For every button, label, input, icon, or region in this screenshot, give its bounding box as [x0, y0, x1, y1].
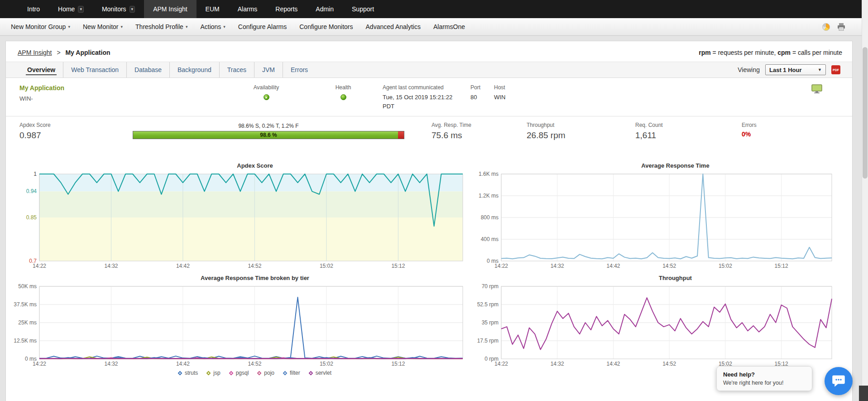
svg-text:1.2K ms: 1.2K ms — [479, 193, 499, 199]
svg-text:0.7: 0.7 — [29, 258, 37, 264]
legend-label: filter — [290, 370, 300, 376]
application-name: My Application — [19, 84, 237, 92]
time-range-select[interactable]: Last 1 Hour ▼ — [765, 64, 826, 75]
tab-background[interactable]: Background — [169, 62, 219, 77]
pdf-export-icon[interactable]: PDF — [831, 65, 840, 74]
nav-item-alarms[interactable]: Alarms — [229, 0, 267, 18]
nav-label: EUM — [206, 0, 220, 18]
chevron-down-icon[interactable]: ▾ — [129, 6, 135, 13]
nav-label: Monitors — [102, 0, 126, 18]
port-block: Port 80 — [470, 84, 494, 111]
legend-diamond-icon — [308, 371, 313, 375]
metric-value: 26.85 rpm — [527, 130, 635, 140]
scrollbar-thumb[interactable] — [863, 47, 868, 179]
apdex-score-plot: 14:2214:3214:4214:5215:0215:1210.940.850… — [11, 171, 466, 270]
metric-errors: Errors 0% — [742, 122, 757, 138]
legend-label: pgsql — [236, 370, 249, 376]
nav-item-home[interactable]: Home▾ — [49, 0, 93, 18]
tab-errors[interactable]: Errors — [283, 62, 316, 77]
toolbar-actions[interactable]: Actions▾ — [200, 23, 225, 30]
apdex-score-chart: Apdex Score 14:2214:3214:4214:5215:0215:… — [11, 162, 473, 270]
svg-text:400 ms: 400 ms — [481, 236, 499, 242]
chart-title: Average Response Time broken by tier — [11, 275, 473, 281]
toolbar-new-monitor-group[interactable]: New Monitor Group▾ — [11, 23, 70, 30]
toolbar-advanced-analytics[interactable]: Advanced Analytics — [366, 23, 421, 30]
chart-title: Throughput — [473, 275, 852, 281]
tab-traces[interactable]: Traces — [219, 62, 254, 77]
throughput-chart: Throughput 14:2214:3214:4214:5215:0215:1… — [473, 275, 852, 376]
port-label: Port — [470, 84, 494, 91]
legend-diamond-icon — [206, 371, 211, 375]
svg-text:17.5 rpm: 17.5 rpm — [477, 338, 499, 344]
nav-item-eum[interactable]: EUM — [197, 0, 229, 18]
metric-apdex-score: Apdex Score 0.987 — [19, 122, 124, 140]
rpm-definition: = requests per minute, — [711, 49, 777, 56]
chevron-down-icon[interactable]: ▾ — [78, 6, 84, 13]
nav-label: Alarms — [238, 0, 258, 18]
nav-item-apm-insight[interactable]: APM Insight — [144, 0, 196, 18]
toolbar-label: New Monitor — [83, 23, 119, 30]
help-message: We're right here for you! — [723, 380, 806, 386]
svg-text:15:12: 15:12 — [391, 263, 405, 269]
svg-text:25K ms: 25K ms — [18, 319, 37, 326]
nav-item-admin[interactable]: Admin — [307, 0, 343, 18]
tab-web-transaction[interactable]: Web Transaction — [63, 62, 126, 77]
metric-request-count: Req. Count 1,611 — [635, 122, 742, 140]
theme-palette-icon[interactable] — [822, 23, 830, 31]
chat-icon — [832, 375, 845, 387]
print-icon[interactable] — [837, 23, 845, 31]
tab-overview[interactable]: Overview — [19, 62, 63, 77]
nav-item-support[interactable]: Support — [343, 0, 383, 18]
svg-text:14:52: 14:52 — [662, 263, 676, 269]
svg-text:15:12: 15:12 — [391, 361, 405, 367]
tab-database[interactable]: Database — [126, 62, 169, 77]
agent-block: Agent last communicated Tue, 15 Oct 2019… — [383, 84, 464, 111]
metric-value: 1,611 — [635, 130, 742, 140]
legend-item: pojo — [258, 370, 274, 376]
agent-last-communicated-label: Agent last communicated — [383, 84, 464, 91]
help-tooltip: Need help? We're right here for you! — [716, 366, 812, 391]
legend-item: jsp — [207, 370, 220, 376]
chevron-down-icon: ▾ — [121, 24, 123, 29]
svg-text:14:42: 14:42 — [176, 361, 190, 367]
chevron-down-icon: ▾ — [186, 24, 188, 29]
avg-response-time-chart: Average Response Time 14:2214:3214:4214:… — [473, 162, 852, 270]
nav-item-reports[interactable]: Reports — [266, 0, 307, 18]
availability-label: Availability — [254, 84, 279, 91]
tab-jvm[interactable]: JVM — [254, 62, 283, 77]
toolbar-new-monitor[interactable]: New Monitor▾ — [83, 23, 123, 30]
breadcrumb-link-apm-insight[interactable]: APM Insight — [18, 49, 52, 56]
svg-text:52.5 rpm: 52.5 rpm — [477, 301, 499, 308]
svg-text:14:52: 14:52 — [662, 361, 676, 367]
chevron-down-icon: ▾ — [68, 24, 70, 29]
nav-item-monitors[interactable]: Monitors▾ — [93, 0, 144, 18]
toolbar-alarmsone[interactable]: AlarmsOne — [433, 23, 465, 30]
svg-text:15:02: 15:02 — [320, 263, 333, 269]
toolbar-threshold-profile[interactable]: Threshold Profile▾ — [135, 23, 187, 30]
cpm-term: cpm — [777, 49, 791, 56]
legend-label: struts — [185, 370, 198, 376]
nav-item-intro[interactable]: Intro — [18, 0, 49, 18]
port-value: 80 — [470, 93, 494, 102]
svg-text:800 ms: 800 ms — [481, 214, 499, 221]
availability-status-icon[interactable]: ▲ — [264, 94, 269, 100]
apdex-distribution-caption: 98.6% S, 0.2% T, 1.2% F — [124, 123, 413, 129]
monitor-icon[interactable] — [811, 84, 822, 94]
svg-text:14:32: 14:32 — [104, 263, 118, 269]
application-block: My Application WIN- — [19, 84, 237, 111]
metric-label: Req. Count — [635, 122, 742, 128]
toolbar-configure-alarms[interactable]: Configure Alarms — [238, 23, 287, 30]
page-title: My Application — [65, 49, 110, 56]
scrollbar-track[interactable] — [862, 0, 868, 401]
toolbar-configure-monitors[interactable]: Configure Monitors — [299, 23, 353, 30]
metric-value: 0% — [742, 130, 757, 138]
chat-button[interactable] — [825, 367, 853, 395]
nav-label: Admin — [316, 0, 334, 18]
apdex-score-bar: 98.6 % — [133, 131, 404, 139]
metric-value: 0.987 — [19, 130, 124, 140]
svg-text:12.5K ms: 12.5K ms — [14, 338, 37, 344]
health-status-icon[interactable] — [340, 94, 346, 100]
select-arrow-icon: ▼ — [818, 68, 822, 72]
rpm-term: rpm — [699, 49, 710, 56]
score-bar-label: 98.6 % — [133, 131, 404, 139]
